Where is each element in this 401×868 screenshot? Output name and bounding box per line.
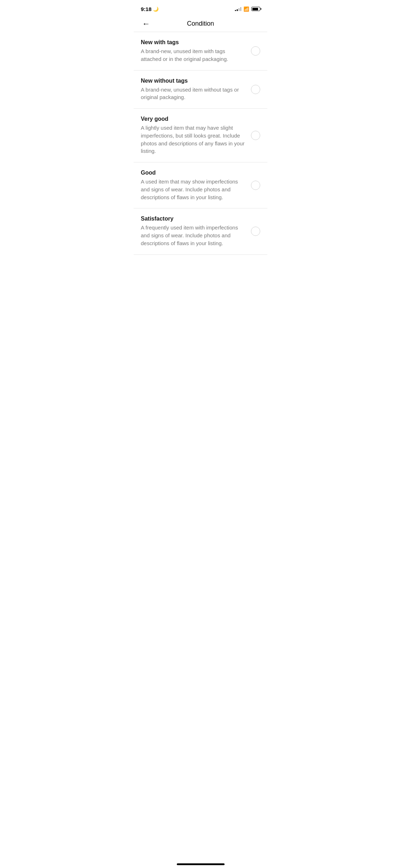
moon-icon: 🌙 (153, 6, 159, 12)
condition-description-new-without-tags: A brand-new, unused item without tags or… (141, 86, 245, 102)
signal-icon (235, 7, 241, 11)
condition-content-new-without-tags: New without tagsA brand-new, unused item… (141, 78, 251, 102)
condition-description-satisfactory: A frequently used item with imperfection… (141, 224, 245, 247)
condition-item-new-without-tags[interactable]: New without tagsA brand-new, unused item… (134, 71, 267, 109)
status-icons: 📶 (235, 6, 260, 12)
status-bar: 9:18 🌙 📶 (134, 0, 267, 16)
condition-item-satisfactory[interactable]: SatisfactoryA frequently used item with … (134, 208, 267, 254)
condition-description-good: A used item that may show imperfections … (141, 178, 245, 201)
signal-bar-1 (235, 10, 236, 11)
condition-list: New with tagsA brand-new, unused item wi… (134, 32, 267, 255)
battery-icon (251, 7, 260, 11)
condition-title-good: Good (141, 170, 245, 176)
wifi-icon: 📶 (243, 6, 249, 12)
condition-item-good[interactable]: GoodA used item that may show imperfecti… (134, 162, 267, 208)
condition-content-new-with-tags: New with tagsA brand-new, unused item wi… (141, 39, 251, 63)
nav-header: ← Condition (134, 16, 267, 32)
back-arrow-icon: ← (142, 20, 150, 28)
condition-title-new-with-tags: New with tags (141, 39, 245, 46)
condition-content-good: GoodA used item that may show imperfecti… (141, 170, 251, 201)
condition-description-new-with-tags: A brand-new, unused item with tags attac… (141, 47, 245, 63)
radio-button-new-with-tags[interactable] (251, 46, 260, 56)
time-display: 9:18 (141, 6, 151, 12)
condition-title-satisfactory: Satisfactory (141, 216, 245, 222)
condition-item-very-good[interactable]: Very goodA lightly used item that may ha… (134, 109, 267, 162)
signal-bar-4 (240, 7, 241, 11)
radio-button-new-without-tags[interactable] (251, 85, 260, 94)
condition-title-new-without-tags: New without tags (141, 78, 245, 84)
back-button[interactable]: ← (141, 19, 151, 29)
condition-content-satisfactory: SatisfactoryA frequently used item with … (141, 216, 251, 247)
radio-button-satisfactory[interactable] (251, 227, 260, 236)
condition-description-very-good: A lightly used item that may have slight… (141, 124, 245, 155)
status-time: 9:18 🌙 (141, 6, 159, 12)
page-title: Condition (187, 20, 214, 27)
radio-button-very-good[interactable] (251, 131, 260, 140)
signal-bar-2 (237, 9, 238, 11)
condition-content-very-good: Very goodA lightly used item that may ha… (141, 116, 251, 155)
condition-title-very-good: Very good (141, 116, 245, 122)
signal-bar-3 (238, 8, 240, 11)
radio-button-good[interactable] (251, 181, 260, 190)
condition-item-new-with-tags[interactable]: New with tagsA brand-new, unused item wi… (134, 32, 267, 71)
